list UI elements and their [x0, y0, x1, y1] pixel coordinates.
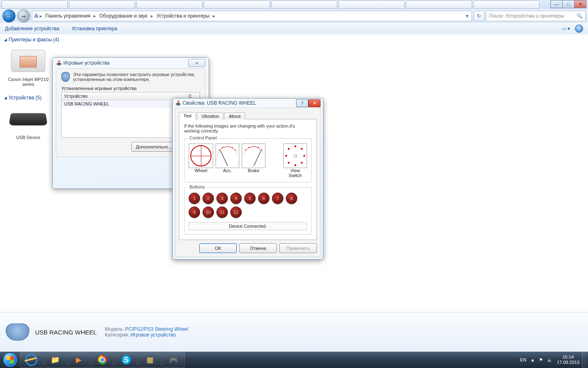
add-printer-link[interactable]: Установка принтера — [71, 26, 117, 31]
tab-test[interactable]: Test — [179, 112, 196, 119]
joystick-icon: 🕹️ — [175, 100, 181, 106]
dialog-intro-text: Эти параметры позволяют настроить игровы… — [73, 72, 200, 82]
section-title: Устройства (5) — [9, 95, 42, 101]
joy-button-5: 5 — [244, 193, 256, 204]
joy-button-9: 9 — [189, 206, 200, 218]
browser-tab[interactable] — [339, 0, 405, 9]
gauge-wheel: Wheel — [189, 144, 213, 173]
browser-tab-strip — [0, 0, 588, 9]
tab-about[interactable]: About — [224, 112, 245, 119]
tray-date: 17.09.2013 — [557, 360, 579, 365]
breadcrumb[interactable]: Оборудование и звук — [97, 13, 150, 19]
device-label: Canon Inkjet MP210 series — [6, 77, 51, 87]
forward-button[interactable]: → — [17, 9, 30, 22]
gauge-viewswitch: View Switch — [283, 144, 307, 178]
joy-button-11: 11 — [216, 206, 228, 218]
joy-button-6: 6 — [258, 193, 270, 204]
breadcrumb[interactable]: Панель управления — [43, 13, 93, 19]
section-header-printers[interactable]: ◢ Принтеры и факсы (4) — [0, 34, 588, 45]
collapse-icon: ◢ — [4, 96, 7, 100]
tray-flag-icon[interactable]: ⚑ — [539, 357, 543, 363]
device-label: USB Device — [6, 135, 51, 140]
windows-orb-icon — [3, 352, 18, 367]
device-item-printer[interactable]: Canon Inkjet MP210 series — [6, 47, 51, 87]
gamepad-icon: 🎮 — [169, 355, 178, 364]
browser-tab[interactable] — [69, 0, 135, 9]
details-category-label: Категория: — [105, 332, 129, 338]
dialog-title: Свойства: USB RACING WHEEL — [183, 100, 256, 106]
taskbar-app[interactable]: ▦ — [138, 352, 161, 368]
buttons-grid: 1 2 3 4 5 6 7 8 9 10 11 12 — [189, 193, 307, 218]
fieldset-legend-control: Control Panel — [188, 135, 218, 140]
column-header-device[interactable]: Устройство — [62, 92, 186, 100]
breadcrumb-dropdown-icon[interactable]: ▾ — [464, 13, 470, 19]
gauge-acc: Acc. — [216, 144, 239, 173]
gamepad-icon — [6, 323, 29, 341]
taskbar-game-controllers[interactable]: 🎮 — [162, 352, 185, 368]
advanced-button[interactable]: Дополнительно... — [131, 142, 176, 152]
start-button[interactable] — [1, 352, 20, 368]
ok-button[interactable]: OK — [199, 243, 237, 253]
details-category-value: Игровое устройство — [131, 332, 176, 338]
refresh-button[interactable]: ↻ — [474, 11, 484, 21]
back-button[interactable]: ← — [2, 9, 16, 22]
ie-icon — [25, 354, 38, 366]
show-desktop-button[interactable] — [582, 352, 587, 368]
joy-button-7: 7 — [272, 193, 283, 204]
taskbar-chrome[interactable] — [91, 352, 114, 368]
tray-flag-icon[interactable]: ▲ — [530, 357, 535, 362]
browser-tab[interactable] — [204, 0, 270, 9]
tray-time: 15:14 — [557, 355, 579, 360]
joystick-icon: 🕹️ — [56, 60, 62, 66]
breadcrumb[interactable]: Устройства и принтеры — [154, 13, 212, 19]
details-pane: USB RACING WHEEL Модель: PC/PS2/PS3 Stee… — [0, 312, 588, 352]
browser-tab[interactable] — [2, 0, 68, 9]
device-item-usb[interactable]: USB Device — [6, 105, 51, 140]
media-player-icon: ▶ — [76, 355, 82, 364]
joy-button-8: 8 — [286, 193, 297, 204]
details-model-label: Модель: — [105, 326, 124, 332]
taskbar-explorer[interactable]: 📁 — [44, 352, 67, 368]
list-label: Установленные игровые устройства — [61, 86, 200, 91]
chrome-icon — [98, 355, 107, 364]
joy-button-10: 10 — [203, 206, 214, 218]
browser-tab[interactable] — [406, 0, 472, 9]
breadcrumb-bar[interactable]: 🖶 ▸ Панель управления ▸ Оборудование и з… — [32, 11, 472, 21]
dialog-help-button[interactable]: ? — [296, 99, 308, 107]
add-device-link[interactable]: Добавление устройства — [5, 26, 59, 31]
details-model-value: PC/PS2/PS3 Steering Wheel — [125, 326, 188, 332]
tab-vibration[interactable]: Vibration — [197, 112, 223, 119]
device-status: Device Connected. — [189, 222, 307, 230]
browser-tab[interactable] — [473, 0, 539, 9]
gauge-label: Brake — [242, 168, 265, 173]
tray-lang[interactable]: EN — [520, 357, 526, 362]
taskbar-skype[interactable]: S — [115, 352, 138, 368]
browser-tab[interactable] — [271, 0, 337, 9]
cancel-button[interactable]: Отмена — [239, 243, 277, 253]
help-icon[interactable]: ? — [575, 25, 583, 33]
keyboard-icon — [9, 113, 47, 126]
dialog-close-button[interactable]: ✕ — [308, 99, 321, 107]
view-options-icon[interactable]: ▭ ▾ — [562, 26, 570, 31]
tab-note-text: If the following images are changing wit… — [184, 123, 312, 133]
collapse-icon: ◢ — [4, 38, 7, 42]
printer-icon — [11, 50, 45, 72]
search-input[interactable]: Поиск: Устройства и принтеры 🔍 — [486, 11, 586, 21]
joy-button-3: 3 — [216, 193, 228, 204]
window-minimize-button[interactable]: — — [550, 0, 563, 8]
window-close-button[interactable]: ✕ — [574, 0, 586, 8]
taskbar-media[interactable]: ▶ — [67, 352, 90, 368]
search-icon[interactable]: 🔍 — [577, 13, 583, 19]
tray-volume-icon[interactable]: 🔈 — [547, 357, 553, 363]
taskbar-ie[interactable] — [20, 352, 43, 368]
tray-clock[interactable]: 15:14 17.09.2013 — [557, 355, 579, 365]
search-placeholder: Поиск: Устройства и принтеры — [489, 13, 564, 19]
properties-dialog: 🕹️ Свойства: USB RACING WHEEL ? ✕ Test V… — [172, 98, 323, 260]
window-maximize-button[interactable]: □ — [562, 0, 575, 8]
apply-button[interactable]: Применить — [279, 243, 317, 253]
dialog-close-button[interactable]: ✕ — [188, 59, 205, 67]
browser-tab[interactable] — [136, 0, 203, 9]
gauge-label: Acc. — [216, 168, 239, 173]
section-title: Принтеры и факсы (4) — [9, 37, 59, 43]
details-title: USB RACING WHEEL — [35, 329, 97, 336]
